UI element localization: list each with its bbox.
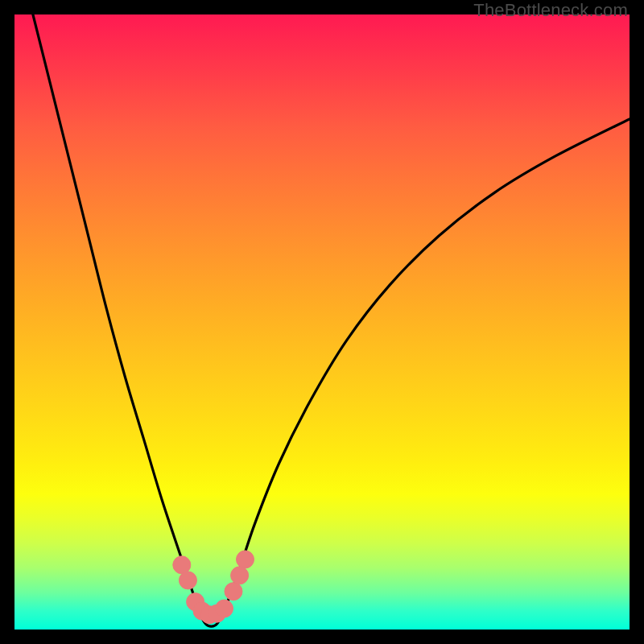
chart-marker — [208, 605, 225, 622]
chart-marker — [200, 606, 218, 624]
chart-curve — [33, 14, 630, 626]
chart-svg — [14, 14, 630, 630]
chart-plot-area — [14, 14, 630, 630]
chart-marker — [173, 556, 191, 574]
chart-marker — [187, 593, 204, 611]
chart-marker — [237, 551, 254, 568]
chart-marker — [179, 572, 196, 589]
chart-markers — [173, 551, 254, 624]
chart-marker — [193, 602, 211, 620]
chart-marker — [231, 567, 249, 584]
chart-marker — [225, 583, 242, 601]
chart-marker — [216, 600, 233, 617]
watermark-text: TheBottleneck.com — [473, 0, 628, 21]
